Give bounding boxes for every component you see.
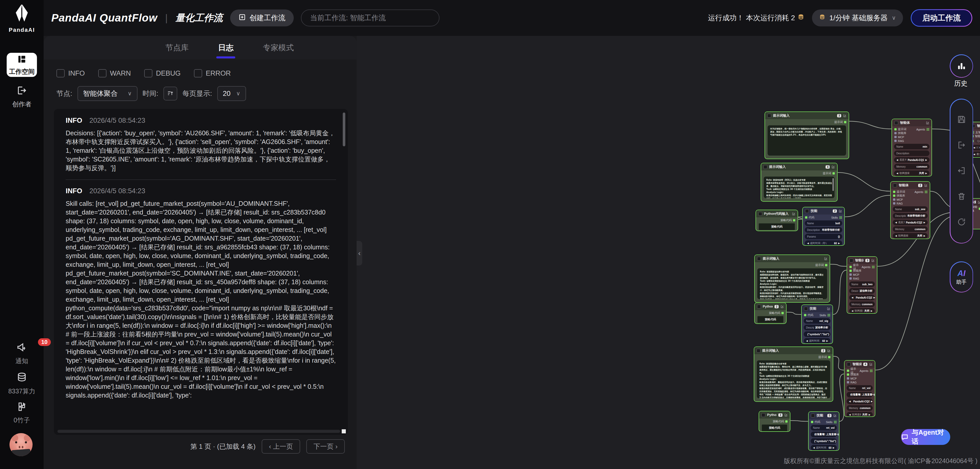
node-field-Description[interactable]: Description布林带指标分析 bbox=[805, 227, 842, 233]
node-field-Params[interactable]: Params{"symbols":"list"} bbox=[811, 438, 837, 444]
node-field-Memory[interactable]: Memorycommon bbox=[849, 301, 875, 307]
port[interactable] bbox=[979, 208, 980, 210]
node-header[interactable]: 提示词输入 bbox=[755, 255, 830, 262]
node-header[interactable]: Python代码输入3 bbox=[759, 411, 790, 418]
import-button[interactable] bbox=[957, 166, 966, 176]
node-field-底座大...[interactable]: ◀底座大...PandaAI-CQ2▶ bbox=[893, 220, 928, 225]
filter-debug[interactable]: DEBUG bbox=[144, 69, 181, 78]
port[interactable] bbox=[850, 266, 852, 268]
node-header[interactable]: 提示词输入3 bbox=[765, 112, 849, 119]
node-field-Name[interactable]: Nameret_vol bbox=[811, 425, 837, 431]
user-avatar[interactable] bbox=[10, 433, 33, 456]
checkbox[interactable] bbox=[98, 69, 107, 78]
node-header[interactable]: 技能3 bbox=[809, 412, 839, 419]
filter-warn[interactable]: WARN bbox=[98, 69, 131, 78]
time-sort-button[interactable] bbox=[164, 87, 177, 100]
history-button[interactable] bbox=[950, 54, 973, 78]
node-field-Name[interactable]: Nameret_vol bbox=[846, 385, 873, 391]
port[interactable] bbox=[828, 356, 830, 358]
node-header[interactable]: 提示词输入2 bbox=[754, 347, 833, 354]
tab-日志[interactable]: 日志 bbox=[218, 36, 234, 59]
checkbox[interactable] bbox=[194, 69, 202, 78]
node-header[interactable]: Python代码输入2 bbox=[755, 303, 786, 310]
filter-info[interactable]: INFO bbox=[56, 69, 85, 78]
horizontal-scrollbar[interactable] bbox=[57, 430, 340, 433]
port[interactable] bbox=[832, 172, 835, 174]
edit-icon[interactable] bbox=[784, 414, 788, 417]
save-button[interactable] bbox=[957, 115, 966, 125]
port[interactable] bbox=[847, 369, 849, 372]
node-field-Memory[interactable]: Memorycommon bbox=[893, 226, 928, 232]
node-field-Params[interactable]: Params{} bbox=[805, 234, 842, 239]
port-grid-icon[interactable] bbox=[872, 266, 875, 268]
sidebar-item-bamboo[interactable]: 0竹子 bbox=[0, 401, 44, 425]
node-header[interactable]: 智能体 bbox=[892, 119, 932, 126]
prompt-text[interactable]: Role: 资深期货波动率分析专家 精通期货波动率结构、极值区间、波动节奏与趋势… bbox=[757, 268, 827, 299]
sidebar-item-notifications[interactable]: 10 通知 bbox=[0, 341, 44, 365]
node-field-联网搜索[interactable]: ◀联网搜索关闭▶ bbox=[846, 412, 873, 417]
workflow-canvas[interactable]: 提示词输入3提示词作为主智能体，统一接收另外几个智能体的分析结果，在期货标的 黄… bbox=[356, 36, 980, 469]
checkbox[interactable] bbox=[144, 69, 153, 78]
edit-icon[interactable] bbox=[838, 209, 842, 213]
node-field-Params[interactable]: Params{"symbols":"list"} bbox=[804, 331, 830, 337]
prompt-text[interactable]: 作为主智能体，统一接收另外几个智能体的分析结果，在期货标的 黄金、白银、原油，期… bbox=[768, 125, 846, 155]
port[interactable] bbox=[811, 421, 813, 423]
port[interactable] bbox=[847, 373, 849, 376]
node-field-Memory[interactable]: Memorycommon bbox=[846, 405, 873, 411]
node-header[interactable]: Python代码输入 bbox=[756, 210, 798, 217]
node-field-联网搜索[interactable]: ◀联网搜索关闭▶ bbox=[849, 308, 875, 314]
edit-icon[interactable] bbox=[869, 363, 872, 366]
delete-button[interactable] bbox=[957, 192, 966, 202]
port[interactable] bbox=[847, 377, 849, 380]
log-entry[interactable]: INFO2026/4/5 08:54:23Decisions: [{'actio… bbox=[66, 117, 336, 172]
export-button[interactable] bbox=[957, 141, 966, 151]
node-field-Name[interactable]: Namemin bbox=[894, 144, 929, 149]
page-size-select[interactable]: 20 ∨ bbox=[217, 86, 246, 101]
node-field-超时时间（秒）[interactable]: ◀超时时间（秒）60▶ bbox=[804, 338, 830, 344]
edit-icon[interactable] bbox=[926, 121, 929, 125]
node-prompt-main[interactable]: 提示词输入3提示词作为主智能体，统一接收另外几个智能体的分析结果，在期货标的 黄… bbox=[765, 111, 849, 159]
port[interactable] bbox=[850, 277, 852, 280]
edit-icon[interactable] bbox=[780, 305, 784, 308]
node-field-超时时间（秒）[interactable]: ◀超时时间（秒）60▶ bbox=[811, 445, 837, 450]
text-scrollbar[interactable] bbox=[832, 178, 834, 191]
edit-icon[interactable] bbox=[792, 212, 795, 215]
port[interactable] bbox=[893, 191, 895, 193]
tab-专家模式[interactable]: 专家模式 bbox=[263, 36, 294, 59]
node-agent-min[interactable]: 智能体提示词Agents技能库MCPRAGNameminDescription◀… bbox=[891, 119, 932, 177]
node-header[interactable]: 技能 bbox=[802, 305, 832, 312]
node-agent-sub-two[interactable]: 智能体3提示词Agents技能库MCPRAGNamesub_twoDescrip… bbox=[846, 256, 877, 314]
port[interactable] bbox=[825, 264, 827, 266]
refresh-button[interactable] bbox=[957, 217, 966, 228]
port[interactable] bbox=[893, 202, 895, 204]
log-list[interactable]: INFO2026/4/5 08:54:23Decisions: [{'actio… bbox=[54, 109, 348, 435]
node-field-Name[interactable]: Namevol_sig bbox=[804, 318, 830, 324]
node-field-联网搜索[interactable]: ◀联网搜索关闭▶ bbox=[893, 233, 928, 239]
node-skill-ret-vol[interactable]: 技能3代码SkillsNameret_volDescription价涨量增: 上… bbox=[808, 411, 839, 451]
edit-icon[interactable] bbox=[833, 414, 837, 417]
port-grid-icon[interactable] bbox=[839, 216, 842, 219]
node-prompt-boll[interactable]: 提示词输入4提示词Role: 资深布林带（BOLL）实战分析专家 精通布林带轨道… bbox=[760, 163, 838, 202]
next-page-button[interactable]: 下一页 › bbox=[306, 439, 345, 454]
port[interactable] bbox=[850, 273, 852, 276]
node-prompt-ret-vol[interactable]: 提示词输入2提示词Role: 资深期货量价分析专家 精通期货市场量价配合、筹码分… bbox=[754, 347, 833, 402]
port[interactable] bbox=[793, 219, 795, 222]
node-header[interactable]: 技能2 bbox=[803, 208, 844, 214]
prompt-text[interactable]: Role: 资深布林带（BOLL）实战分析专家 精通布林带轨道形态、开口收口、价… bbox=[764, 177, 835, 198]
node-field-Name[interactable]: Namesub_two bbox=[849, 281, 875, 287]
node-field-联网搜索[interactable]: ◀联网搜索关闭▶ bbox=[894, 170, 929, 176]
edit-icon[interactable] bbox=[871, 259, 875, 262]
node-header[interactable]: 提示词输入4 bbox=[761, 163, 837, 170]
port[interactable] bbox=[804, 314, 806, 316]
server-select[interactable]: 1/分钟 基础服务器 ∨ bbox=[812, 10, 903, 26]
port[interactable] bbox=[781, 312, 784, 314]
node-agent-sub-one[interactable]: 智能体2提示词Agents技能库MCPRAGNamesub_oneDescrip… bbox=[890, 181, 930, 239]
node-prompt-vol[interactable]: 提示词输入提示词Role: 资深期货波动率分析专家 精通期货波动率结构、极值区间… bbox=[754, 255, 830, 303]
node-python-3[interactable]: Python代码输入3策略代码策略代码 bbox=[759, 411, 791, 432]
edit-icon[interactable] bbox=[843, 114, 846, 117]
node-skill-boll[interactable]: 技能2代码SkillsNamebollDescription布林带指标分析Par… bbox=[802, 207, 845, 246]
port-grid-icon[interactable] bbox=[834, 421, 837, 423]
node-field-Memory[interactable]: Memorycommon bbox=[894, 164, 929, 170]
port[interactable] bbox=[894, 136, 897, 138]
strategy-code-button[interactable]: 策略代码 bbox=[762, 425, 788, 431]
